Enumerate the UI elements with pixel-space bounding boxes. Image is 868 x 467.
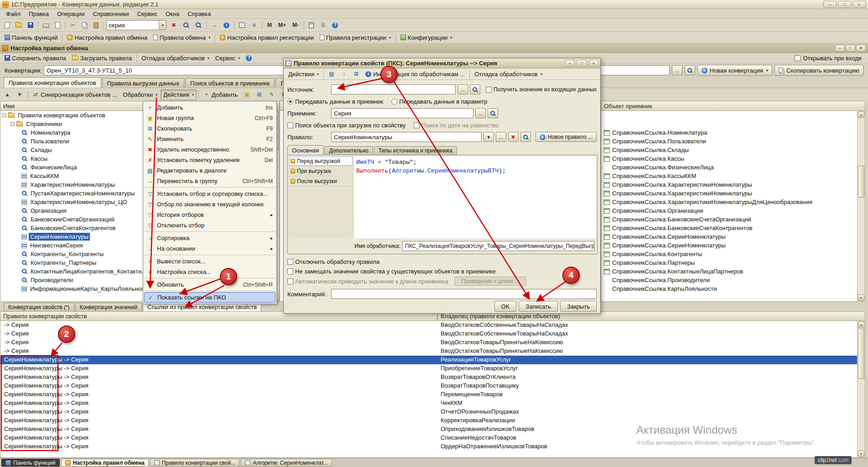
- menu-item[interactable]: Файл: [2, 10, 25, 18]
- target-object-item[interactable]: СправочникСсылка.Партнеры: [601, 258, 857, 267]
- rule-browse-button[interactable]: ...: [496, 132, 506, 142]
- taskbar-function-panel-button[interactable]: Панель функций: [1, 459, 60, 467]
- auto-length-checkbox[interactable]: [287, 278, 293, 284]
- target-object-item[interactable]: СправочникСсылка.ХарактеристикиНоменклат…: [601, 189, 857, 198]
- target-object-item[interactable]: СправочникСсылка.ХарактеристикиНоменклат…: [601, 198, 857, 206]
- new-rule-button[interactable]: Новое правило ...: [535, 132, 597, 142]
- context-menu-item[interactable]: +ДобавитьIns▸: [144, 102, 275, 113]
- dialog-actions-button[interactable]: Действия▾: [286, 69, 322, 79]
- target-column-header[interactable]: Объект приемник: [601, 101, 865, 111]
- menu-item[interactable]: Окна: [161, 10, 183, 18]
- cut-icon[interactable]: ✂▾: [67, 20, 79, 31]
- get-incoming-checkbox[interactable]: [486, 87, 492, 93]
- paste-icon[interactable]: ▾: [91, 20, 101, 31]
- copy-handler-icon[interactable]: ⊞▾: [350, 69, 362, 79]
- write-button[interactable]: Записать: [519, 301, 558, 312]
- check-module-icon[interactable]: ▤▾: [326, 69, 338, 79]
- target-object-item[interactable]: СправочникСсылка.Организации: [601, 206, 857, 215]
- table-row[interactable]: СерияНоменклатуры -> СерияОтчетОРозничны…: [0, 408, 857, 416]
- copy-icon[interactable]: ▾: [79, 20, 90, 31]
- mdi-restore-icon[interactable]: □: [846, 45, 855, 52]
- search-by-property-checkbox[interactable]: [287, 122, 293, 128]
- minimize-icon[interactable]: ─: [823, 1, 837, 8]
- copy-item-icon[interactable]: ⊞▾: [253, 89, 265, 100]
- dialog-tab[interactable]: Типы источника и приемника: [374, 146, 457, 155]
- context-menu-item[interactable]: ▣Новая группаCtrl+F9▸: [144, 113, 275, 123]
- context-menu-item[interactable]: ⊞СкопироватьF9▸: [144, 123, 275, 134]
- table-row[interactable]: СерияНоменклатуры -> СерияРеализацияТова…: [0, 356, 857, 364]
- target-object-item[interactable]: СправочникСсылка.БанковскиеСчетаКонтраге…: [601, 224, 857, 232]
- table-row[interactable]: СерияНоменклатуры -> СерияПриобретениеТо…: [0, 364, 857, 373]
- new-file-icon[interactable]: ▾: [2, 20, 12, 31]
- rule-clear-button[interactable]: ✖: [508, 132, 519, 142]
- target-object-item[interactable]: СправочникСсылка.Номенклатура: [601, 128, 857, 137]
- context-menu-item[interactable]: ✎ИзменитьF2▸: [144, 134, 275, 144]
- expander-icon[interactable]: −: [2, 113, 6, 117]
- main-tab[interactable]: Поиск объектов в приемнике: [185, 78, 275, 88]
- new-conversion-button[interactable]: Новая конвертация▾: [697, 65, 772, 76]
- registration-rules-button[interactable]: Правила регистрации▾: [317, 32, 394, 43]
- table-row[interactable]: СерияНоменклатуры -> СерияПеремещениеТов…: [0, 390, 857, 399]
- target-object-item[interactable]: СправочникСсылка.КассыККМ: [601, 172, 857, 180]
- event-item[interactable]: Перед выгрузкой: [289, 156, 353, 166]
- debug-handlers-button[interactable]: Отладка обработчиков▾: [139, 53, 212, 63]
- search-combo[interactable]: серия ▾: [106, 20, 166, 30]
- dialog-close-icon[interactable]: ×: [589, 60, 598, 67]
- context-menu-item[interactable]: ✓Показать ссылки на ПКО▸: [144, 292, 275, 303]
- menu-item[interactable]: Правка: [25, 10, 53, 18]
- context-menu-item[interactable]: ▤Редактировать в диалоге▸: [144, 165, 275, 176]
- table-row[interactable]: СерияНоменклатуры -> СерияСписаниеНедост…: [0, 434, 857, 442]
- main-tab[interactable]: Правила выгрузки данных: [102, 78, 185, 88]
- memory-button[interactable]: M+: [275, 20, 289, 31]
- table-row[interactable]: -> СерияВводОстатковСобственныеТоварыНаС…: [0, 330, 857, 338]
- calculator-icon[interactable]: ▾: [306, 20, 317, 31]
- context-menu-item[interactable]: ▽Отбор по значению в текущей колонке▸: [144, 199, 275, 210]
- transfer-to-param-radio[interactable]: [391, 99, 397, 105]
- taskbar-exchange-settings-button[interactable]: Настройка правил обмена: [61, 459, 149, 467]
- handlers-menu-button[interactable]: Обработки▾: [120, 89, 160, 100]
- table-row[interactable]: -> СерияВводОстатковТоварыПринятыеНаКоми…: [0, 338, 857, 347]
- rule-input[interactable]: СерииНоменклатуры: [331, 132, 482, 142]
- event-item[interactable]: После выгрузки: [289, 176, 353, 186]
- copy-conversion-button[interactable]: Скопировать конвертацию: [774, 65, 863, 76]
- table-row[interactable]: СерияНоменклатуры -> СерияЧекККМ: [0, 399, 857, 408]
- maximize-icon[interactable]: □: [838, 1, 851, 8]
- move-up-icon[interactable]: ▲▾: [1, 89, 13, 100]
- close-button[interactable]: Закрыть: [560, 301, 597, 312]
- handler-name-input[interactable]: ПКС_РеализацияТоваровУслуг_Товары_СерияН…: [402, 241, 594, 251]
- context-menu-item[interactable]: ✗Установить пометку удаленияDel▸: [144, 155, 275, 165]
- receiver-browse-button[interactable]: ...: [475, 108, 486, 118]
- handler-code-editor[interactable]: ИмяТЧ = "Товары"; Выполнить(Алгоритмы.Се…: [353, 156, 596, 238]
- receiver-search-button[interactable]: [488, 108, 498, 118]
- target-object-item[interactable]: СправочникСсылка.Производители: [601, 276, 857, 284]
- target-object-item[interactable]: СправочникСсылка.Контрагенты: [601, 250, 857, 258]
- target-object-item[interactable]: СправочникСсылка.Склады: [601, 146, 857, 154]
- context-menu-item[interactable]: ≡Вывести список...▸: [144, 256, 275, 267]
- disable-rule-checkbox[interactable]: [287, 259, 293, 265]
- menu-item[interactable]: Сервис: [133, 10, 161, 18]
- target-object-item[interactable]: СправочникСсылка.БанковскиеСчетаОрганиза…: [601, 215, 857, 224]
- memory-button[interactable]: M: [264, 20, 275, 31]
- service-icon[interactable]: ≣▾: [317, 20, 329, 31]
- edit-item-icon[interactable]: ✎▾: [265, 89, 277, 100]
- context-menu-item[interactable]: ↕Сортировка▸: [144, 233, 275, 243]
- print-icon[interactable]: ▾: [40, 20, 52, 31]
- taskbar-algorithm-button[interactable]: Алгоритм: СерияНоменклат...: [241, 459, 332, 467]
- dialog-minimize-icon[interactable]: ─: [565, 60, 575, 67]
- scroll-thumb[interactable]: [858, 329, 864, 379]
- table-scrollbar[interactable]: ▲ ▼: [857, 321, 865, 457]
- table-row[interactable]: СерияНоменклатуры -> СерияОрдерНаОтражен…: [0, 442, 857, 451]
- scroll-down-icon[interactable]: ▼: [858, 294, 864, 301]
- scroll-thumb[interactable]: [858, 166, 864, 198]
- help-icon[interactable]: ?▾: [243, 53, 255, 63]
- open-file-icon[interactable]: ▾: [13, 20, 25, 31]
- arrange-icon[interactable]: ↓▾: [338, 69, 350, 79]
- print-preview-icon[interactable]: ▾: [52, 20, 63, 31]
- service-menu-button[interactable]: Сервис▾: [213, 53, 243, 63]
- dialog-maximize-icon[interactable]: □: [577, 60, 587, 67]
- chevron-down-icon[interactable]: ▾: [159, 21, 166, 30]
- new-group-icon[interactable]: ▣▾: [241, 89, 253, 100]
- add-button[interactable]: +Добавить▾: [201, 89, 240, 100]
- context-menu-item[interactable]: ↻ОбновитьCtrl+Shift+R▸: [144, 279, 275, 291]
- dialog-tab[interactable]: Основная: [287, 145, 323, 155]
